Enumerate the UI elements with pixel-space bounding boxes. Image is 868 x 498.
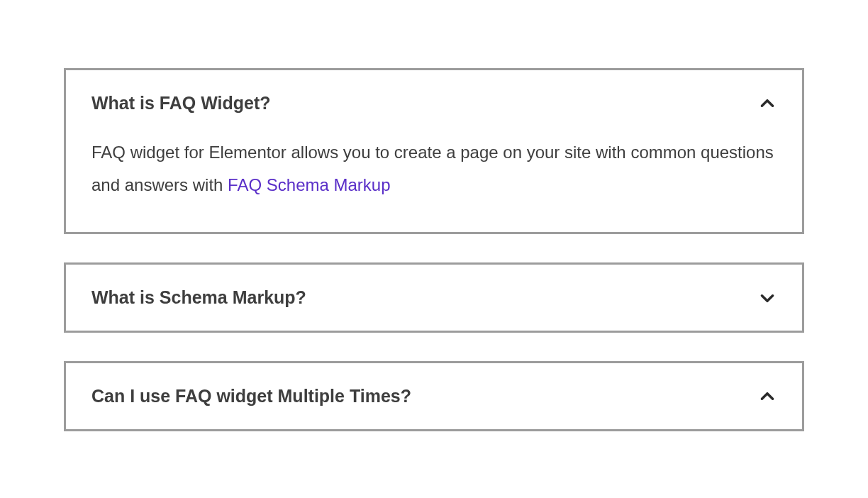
faq-question: Can I use FAQ widget Multiple Times? [91, 386, 411, 406]
faq-item: Can I use FAQ widget Multiple Times? [64, 361, 804, 431]
faq-accordion: What is FAQ Widget? FAQ widget for Eleme… [64, 68, 804, 431]
faq-question: What is Schema Markup? [91, 287, 306, 308]
chevron-down-icon [758, 289, 777, 307]
faq-toggle[interactable]: What is FAQ Widget? [66, 70, 802, 136]
faq-toggle[interactable]: Can I use FAQ widget Multiple Times? [66, 363, 802, 429]
faq-answer-text: FAQ widget for Elementor allows you to c… [91, 143, 774, 194]
faq-toggle[interactable]: What is Schema Markup? [66, 265, 802, 331]
chevron-up-icon [758, 387, 777, 406]
faq-answer-link[interactable]: FAQ Schema Markup [228, 175, 390, 194]
faq-item: What is FAQ Widget? FAQ widget for Eleme… [64, 68, 804, 234]
faq-answer: FAQ widget for Elementor allows you to c… [66, 136, 802, 232]
chevron-up-icon [758, 94, 777, 113]
faq-question: What is FAQ Widget? [91, 93, 271, 114]
faq-item: What is Schema Markup? [64, 262, 804, 333]
